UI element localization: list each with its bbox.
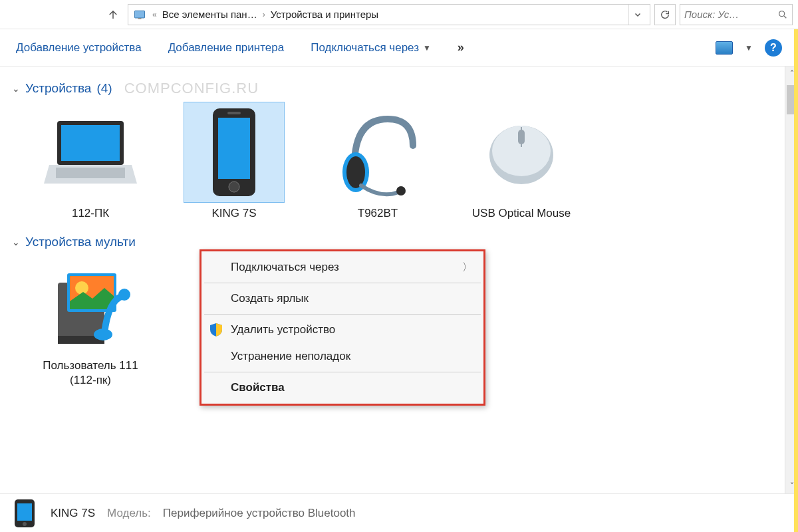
svg-rect-8 xyxy=(218,118,250,179)
chevron-right-icon: › xyxy=(261,10,267,19)
device-label: KING 7S xyxy=(211,206,256,220)
svg-point-23 xyxy=(118,289,130,301)
mouse-icon xyxy=(471,102,571,202)
search-input[interactable] xyxy=(684,9,773,20)
up-button[interactable] xyxy=(102,4,124,25)
section-devices-header[interactable]: ⌄ Устройства (4) COMPCONFIG.RU xyxy=(12,80,786,97)
chevron-right-icon: 〉 xyxy=(462,261,473,275)
nav-blank xyxy=(5,3,98,26)
headset-icon xyxy=(328,102,428,202)
help-button[interactable]: ? xyxy=(765,39,782,57)
device-item[interactable]: 112-ПК xyxy=(31,102,150,220)
svg-rect-16 xyxy=(518,130,525,144)
media-server-icon xyxy=(41,255,140,354)
menu-separator xyxy=(204,372,481,372)
device-label: USB Optical Mouse xyxy=(472,206,571,220)
breadcrumb[interactable]: « Все элементы пан… › Устройства и принт… xyxy=(128,4,650,25)
watermark-text: COMPCONFIG.RU xyxy=(124,80,259,97)
connect-via-button[interactable]: Подключаться через ▼ xyxy=(311,41,431,55)
menu-label: Свойства xyxy=(231,381,285,394)
svg-point-2 xyxy=(779,11,785,16)
details-model-value: Периферийное устройство Bluetooth xyxy=(163,507,356,520)
chevron-down-icon: ▼ xyxy=(423,43,431,53)
connect-via-label: Подключаться через xyxy=(311,41,419,55)
overflow-label: » xyxy=(458,41,464,55)
address-bar: « Все элементы пан… › Устройства и принт… xyxy=(0,0,798,29)
svg-point-12 xyxy=(346,156,365,188)
crumb-back-indicator: « xyxy=(151,10,158,19)
chevron-down-icon[interactable]: ▼ xyxy=(745,43,753,53)
right-edge-strip xyxy=(794,29,798,532)
devices-grid: 112-ПК KING 7S xyxy=(12,102,786,220)
section-devices-count: (4) xyxy=(96,81,112,96)
chevron-down-icon xyxy=(634,11,642,19)
svg-rect-1 xyxy=(138,18,142,19)
control-panel-icon xyxy=(132,7,147,22)
section-multimedia-header[interactable]: ⌄ Устройства мульти xyxy=(12,235,786,249)
search-icon xyxy=(777,9,788,20)
device-label: Пользователь 111 (112-пк) xyxy=(31,358,150,387)
view-options-button[interactable] xyxy=(716,41,733,55)
refresh-icon xyxy=(660,9,670,20)
search-box[interactable] xyxy=(680,4,793,25)
toolbar-overflow[interactable]: » xyxy=(458,41,464,55)
menu-properties[interactable]: Свойства xyxy=(201,374,483,401)
device-item[interactable]: Пользователь 111 (112-пк) xyxy=(31,255,150,387)
context-menu: Подключаться через 〉 Создать ярлык Удали… xyxy=(200,249,485,406)
add-printer-button[interactable]: Добавление принтера xyxy=(168,41,285,55)
device-item-selected[interactable]: KING 7S xyxy=(174,102,294,220)
menu-separator xyxy=(204,283,481,283)
add-device-label: Добавление устройства xyxy=(16,41,142,55)
arrow-up-icon xyxy=(107,9,119,21)
device-item[interactable]: USB Optical Mouse xyxy=(462,102,581,220)
crumb-current[interactable]: Устройства и принтеры xyxy=(271,9,378,20)
menu-create-shortcut[interactable]: Создать ярлык xyxy=(201,285,483,312)
section-multimedia-title: Устройства мульти xyxy=(25,235,136,249)
device-label: 112-ПК xyxy=(72,206,109,220)
details-pane: KING 7S Модель: Периферийное устройство … xyxy=(0,493,798,532)
svg-point-22 xyxy=(94,329,112,340)
menu-label: Удалить устройство xyxy=(231,323,335,336)
menu-label: Подключаться через xyxy=(231,261,339,274)
shield-icon xyxy=(209,323,223,337)
section-devices-title: Устройства xyxy=(25,81,91,96)
svg-rect-25 xyxy=(17,503,32,521)
breadcrumb-dropdown[interactable] xyxy=(628,5,646,25)
svg-rect-6 xyxy=(56,168,125,178)
svg-point-9 xyxy=(229,182,239,192)
details-model-label: Модель: xyxy=(107,507,151,520)
device-item[interactable]: T962BT xyxy=(318,102,438,220)
menu-remove-device[interactable]: Удалить устройство xyxy=(201,317,483,343)
menu-connect-via[interactable]: Подключаться через 〉 xyxy=(201,254,483,281)
menu-separator xyxy=(204,314,481,315)
add-printer-label: Добавление принтера xyxy=(168,41,285,55)
svg-rect-4 xyxy=(61,125,120,161)
svg-point-21 xyxy=(75,281,88,295)
chevron-down-icon: ⌄ xyxy=(12,237,20,247)
chevron-down-icon: ⌄ xyxy=(12,83,20,94)
menu-troubleshoot[interactable]: Устранение неполадок xyxy=(201,343,483,370)
refresh-button[interactable] xyxy=(654,4,676,25)
laptop-icon xyxy=(41,102,140,202)
crumb-parent[interactable]: Все элементы пан… xyxy=(162,9,257,20)
svg-point-26 xyxy=(23,522,27,526)
menu-label: Создать ярлык xyxy=(231,292,309,305)
device-label: T962BT xyxy=(358,206,398,220)
add-device-button[interactable]: Добавление устройства xyxy=(16,41,142,55)
menu-label: Устранение неполадок xyxy=(231,350,350,363)
svg-rect-10 xyxy=(227,112,241,114)
details-device-name: KING 7S xyxy=(51,507,95,520)
phone-icon xyxy=(184,102,284,202)
toolbar: Добавление устройства Добавление принтер… xyxy=(0,29,798,66)
phone-icon xyxy=(9,498,40,529)
svg-rect-0 xyxy=(135,11,145,18)
svg-point-13 xyxy=(396,186,406,196)
